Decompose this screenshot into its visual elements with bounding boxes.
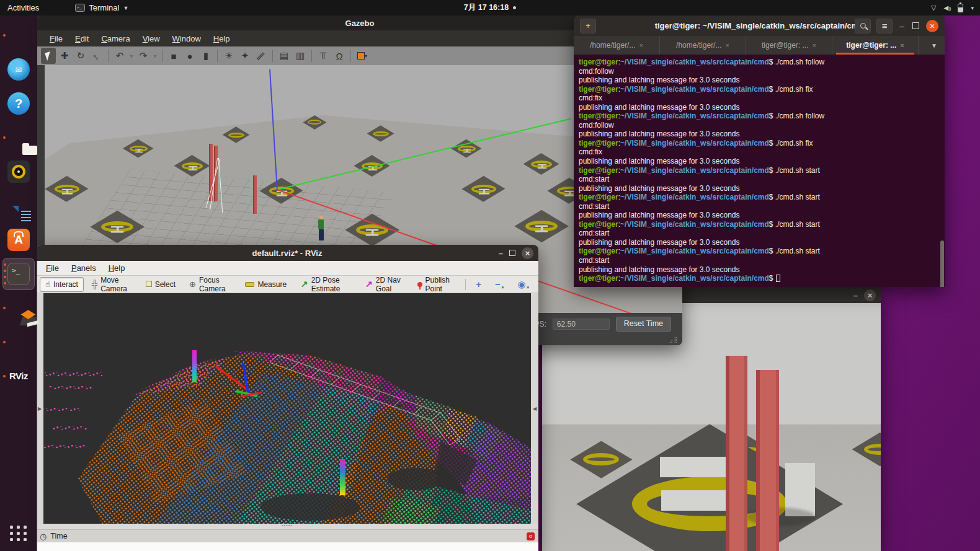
system-tray[interactable]: ▽ ◀)) ▾ <box>931 4 974 12</box>
dock-item-libreoffice-writer[interactable] <box>2 190 35 222</box>
redo-icon[interactable]: ↷ <box>136 48 151 64</box>
tool-measure[interactable]: Measure <box>239 277 292 292</box>
tab-close-icon[interactable]: × <box>813 42 816 49</box>
rviz-menu-panels[interactable]: Panels <box>66 262 101 274</box>
sphere-icon[interactable]: ● <box>182 48 197 64</box>
terminal-headerbar[interactable]: + tiger@tiger: ~/VISIM_single/catkin_ws/… <box>574 15 945 36</box>
dock-item-firefox[interactable] <box>2 19 35 51</box>
tab-close-icon[interactable]: × <box>900 42 904 49</box>
right-panel-collapse-handle[interactable]: ◀ <box>531 293 538 524</box>
dock-item-hidden-app[interactable] <box>2 326 35 358</box>
prompt-path: ~/VISIM_single/catkin_ws/src/captain/cmd <box>620 112 769 120</box>
dock-item-thunderbird[interactable]: ✉ <box>2 53 35 86</box>
activities-button[interactable]: Activities <box>7 3 39 12</box>
cylinder-icon[interactable]: ▮ <box>198 48 213 64</box>
terminal-tab-4[interactable]: tiger@tiger: ...× <box>832 36 919 55</box>
dock-item-help[interactable]: ? <box>2 87 35 120</box>
terminal-line: tiger@tiger:~/VISIM_single/catkin_ws/src… <box>579 58 945 67</box>
time-panel-header[interactable]: ◷ Time <box>36 529 538 542</box>
view-angle-icon[interactable]: ▾ <box>355 48 370 64</box>
minimize-icon[interactable]: – <box>499 249 503 258</box>
copy-icon[interactable]: ▤ <box>277 48 292 64</box>
ubuntu-software-icon: A <box>7 229 30 251</box>
tool-focus-camera[interactable]: ⊕Focus Camera <box>184 277 237 292</box>
minimize-icon[interactable]: – <box>899 21 904 31</box>
gazebo-menu-file[interactable]: File <box>45 33 68 45</box>
help-icon: ? <box>7 92 30 115</box>
tab-label: /home/tiger/... <box>676 41 721 50</box>
volume-icon: ◀)) <box>943 4 950 11</box>
directional-light-icon[interactable]: ∥ <box>254 48 269 64</box>
tab-close-icon[interactable]: × <box>639 42 643 49</box>
tool-interact[interactable]: ☝Interact <box>40 277 84 292</box>
remove-tool-button[interactable]: −▾ <box>489 277 509 292</box>
maximize-icon[interactable] <box>509 250 515 256</box>
snap-icon[interactable]: Ω <box>332 48 347 64</box>
select-arrow-icon[interactable] <box>41 48 56 64</box>
helipad-letter: H <box>107 213 128 247</box>
align-icon[interactable]: ⊨ <box>316 48 331 64</box>
rviz-menu-file[interactable]: File <box>41 262 64 274</box>
terminal-tab-1[interactable]: /home/tiger/...× <box>574 36 660 55</box>
paste-icon[interactable]: ▥ <box>293 48 308 64</box>
gazebo-menu-view[interactable]: View <box>138 33 165 45</box>
box-icon[interactable]: ■ <box>166 48 181 64</box>
add-tool-button[interactable]: + <box>470 277 487 292</box>
maximize-icon[interactable] <box>912 22 919 29</box>
rviz-title: default.rviz* - RViz <box>252 249 323 258</box>
new-tab-icon[interactable]: + <box>580 19 596 33</box>
tool-publish-point[interactable]: Publish Point <box>412 277 460 292</box>
point-light-icon[interactable]: ☀ <box>221 48 236 64</box>
terminal-body[interactable]: tiger@tiger:~/VISIM_single/catkin_ws/src… <box>574 55 945 287</box>
tool-select[interactable]: Select <box>140 277 181 292</box>
menu-button[interactable]: ≡ <box>876 19 893 33</box>
dock-item-app-grid[interactable] <box>2 517 35 549</box>
app-menu[interactable]: >_ Terminal ▼ <box>75 3 128 12</box>
rotate-icon[interactable]: ↻ <box>73 48 88 64</box>
dock-item-terminal[interactable]: >_ <box>2 258 35 290</box>
tool-2d-nav-goal[interactable]: ↗2D Nav Goal <box>359 277 409 292</box>
translate-icon[interactable]: ✚ <box>57 48 72 64</box>
rviz-window[interactable]: default.rviz* - RViz – × FilePanelsHelp … <box>36 245 538 551</box>
time-panel-close-button[interactable] <box>527 532 535 540</box>
helipad: H <box>45 176 89 202</box>
helipad-marking <box>661 490 731 511</box>
rviz-menu-help[interactable]: Help <box>104 262 130 274</box>
scale-icon[interactable]: ↔ <box>89 48 104 64</box>
minimize-icon[interactable]: – <box>853 291 858 300</box>
gazebo-menu-camera[interactable]: Camera <box>96 33 135 45</box>
gazebo-menu-edit[interactable]: Edit <box>70 33 94 45</box>
undo-menu-icon[interactable]: ▾ <box>128 48 135 64</box>
resize-grip-icon[interactable]: ⣠⣿ <box>669 337 679 343</box>
undo-icon[interactable]: ↶ <box>112 48 127 64</box>
reset-time-button[interactable]: Reset Time <box>616 317 671 332</box>
tool-options-button[interactable]: ◉▾ <box>512 277 535 292</box>
tab-list-button[interactable]: ▼ <box>924 36 945 55</box>
dock-item-files[interactable] <box>2 121 35 154</box>
close-icon[interactable]: × <box>522 247 533 259</box>
tool-2d-pose-estimate[interactable]: ↗2D Pose Estimate <box>295 277 357 292</box>
gazebo-menu-window[interactable]: Window <box>167 33 206 45</box>
redo-menu-icon[interactable]: ▾ <box>152 48 158 64</box>
dock-item-ubuntu-software[interactable]: A <box>2 224 35 256</box>
dock-item-rviz[interactable]: RViz <box>2 360 35 392</box>
clock[interactable]: 7月 17 16:18 <box>0 2 980 13</box>
close-icon[interactable]: × <box>864 289 876 301</box>
pointcloud-view[interactable] <box>43 293 531 524</box>
close-icon[interactable]: × <box>926 20 938 32</box>
spot-light-icon[interactable]: ✦ <box>238 48 252 64</box>
search-button[interactable] <box>855 19 871 33</box>
terminal-tab-3[interactable]: tiger@tiger: ...× <box>746 36 832 55</box>
prompt-command: ./cmd.sh fix <box>775 85 813 94</box>
rviz-titlebar[interactable]: default.rviz* - RViz – × <box>36 245 538 261</box>
tool-options-icon: ◉ <box>517 279 525 290</box>
dock-item-gazebo[interactable] <box>2 292 35 324</box>
tab-close-icon[interactable]: × <box>725 42 729 49</box>
tool-move-camera[interactable]: ╬Move Camera <box>86 277 138 292</box>
scrollbar-thumb[interactable] <box>940 240 944 287</box>
gazebo-menu-help[interactable]: Help <box>208 33 235 45</box>
terminal-window[interactable]: + tiger@tiger: ~/VISIM_single/catkin_ws/… <box>574 15 945 287</box>
terminal-tab-2[interactable]: /home/tiger/...× <box>660 36 746 55</box>
dock-item-rhythmbox[interactable] <box>2 156 35 188</box>
panel-splitter[interactable]: ••••• <box>36 524 538 529</box>
